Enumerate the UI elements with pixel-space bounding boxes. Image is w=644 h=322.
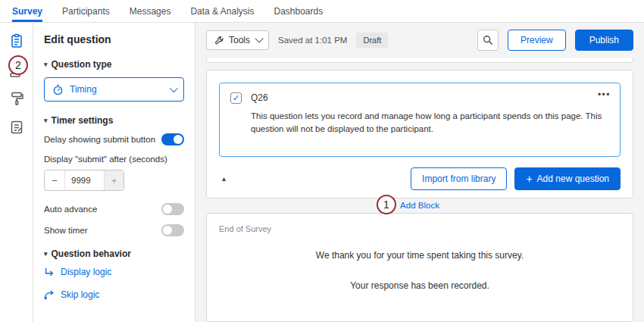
caret-down-icon: ▾: [44, 117, 48, 124]
question-behavior-heading: Question behavior: [52, 249, 131, 259]
nav-tab-participants[interactable]: Participants: [62, 0, 110, 22]
survey-editor-main: Tools Saved at 1:01 PM Draft Preview Pub…: [195, 23, 644, 322]
question-type-section-header[interactable]: ▾ Question type: [44, 59, 184, 70]
annotation-step-2: 2: [8, 55, 28, 75]
chevron-down-icon: [255, 34, 263, 42]
end-of-survey-message-1: We thank you for your time spent taking …: [219, 250, 621, 261]
nav-tab-dashboards[interactable]: Dashboards: [274, 0, 323, 22]
seconds-stepper: − 9999 +: [44, 170, 124, 191]
display-after-label: Display "submit" after (seconds): [44, 155, 184, 164]
question-description: This question lets you record and manage…: [251, 110, 609, 136]
end-of-survey-card[interactable]: End of Survey We thank you for your time…: [206, 213, 633, 322]
auto-advance-toggle[interactable]: [161, 203, 184, 215]
caret-down-icon: ▾: [44, 250, 48, 258]
block-footer: ▴ Import from library + Add new question: [219, 167, 621, 190]
question-card-q26[interactable]: ✓ Q26 This question lets you record and …: [219, 83, 621, 157]
import-from-library-button[interactable]: Import from library: [411, 167, 507, 190]
question-type-selected: Timing: [70, 84, 164, 95]
display-logic-label: Display logic: [61, 267, 111, 277]
timer-settings-section-header[interactable]: ▾ Timer settings: [44, 115, 184, 126]
survey-options-icon[interactable]: [9, 120, 24, 135]
delay-submit-toggle[interactable]: [161, 133, 184, 145]
survey-canvas: ✓ Q26 This question lets you record and …: [195, 58, 644, 322]
collapse-block-button[interactable]: ▴: [222, 174, 226, 183]
timer-icon: [52, 84, 64, 95]
wrench-icon: [214, 36, 224, 45]
stepper-value[interactable]: 9999: [64, 170, 104, 190]
end-of-survey-title: End of Survey: [219, 224, 621, 233]
check-icon: ✓: [233, 93, 239, 103]
look-and-feel-icon[interactable]: [9, 91, 24, 106]
add-block-row: Add Block: [206, 199, 633, 213]
question-block: ✓ Q26 This question lets you record and …: [206, 70, 633, 199]
question-id: Q26: [251, 92, 268, 103]
preview-button[interactable]: Preview: [508, 30, 566, 51]
panel-title: Edit question: [44, 33, 184, 45]
timer-settings-heading: Timer settings: [52, 115, 114, 126]
end-of-survey-message-2: Your response has been recorded.: [219, 280, 621, 291]
skip-logic-label: Skip logic: [61, 289, 99, 300]
editor-toolbar: Tools Saved at 1:01 PM Draft Preview Pub…: [195, 23, 644, 58]
auto-advance-label: Auto advance: [44, 205, 97, 214]
question-menu-button[interactable]: •••: [598, 89, 611, 100]
publish-button[interactable]: Publish: [575, 30, 633, 51]
plus-icon: +: [526, 174, 532, 184]
stepper-plus-button[interactable]: +: [104, 170, 123, 190]
skip-logic-link[interactable]: Skip logic: [44, 289, 184, 300]
tools-button[interactable]: Tools: [206, 30, 269, 50]
survey-builder-icon[interactable]: [9, 33, 24, 48]
edit-question-panel: Edit question ▾ Question type Timing ▾ T…: [33, 23, 195, 322]
search-button[interactable]: [477, 30, 499, 51]
add-block-link[interactable]: Add Block: [400, 201, 439, 210]
nav-tab-data-analysis[interactable]: Data & Analysis: [190, 0, 254, 22]
tools-label: Tools: [229, 35, 250, 45]
add-new-question-button[interactable]: + Add new question: [514, 167, 621, 190]
draft-badge: Draft: [356, 33, 388, 48]
display-logic-link[interactable]: Display logic: [44, 267, 184, 277]
question-type-heading: Question type: [52, 59, 112, 70]
question-behavior-section-header[interactable]: ▾ Question behavior: [44, 249, 184, 259]
top-navigation: Survey Participants Messages Data & Anal…: [0, 0, 644, 23]
show-timer-label: Show timer: [44, 226, 88, 235]
question-checkbox[interactable]: ✓: [230, 92, 242, 104]
display-logic-icon: [44, 267, 55, 277]
nav-tab-messages[interactable]: Messages: [130, 0, 171, 22]
search-icon: [483, 35, 493, 45]
nav-tab-survey[interactable]: Survey: [12, 0, 42, 22]
previous-block-partial: [206, 58, 633, 63]
delay-submit-label: Delay showing submit button: [44, 135, 155, 144]
skip-logic-icon: [44, 289, 55, 300]
chevron-down-icon: [170, 84, 178, 92]
saved-status: Saved at 1:01 PM: [278, 36, 347, 45]
add-new-question-label: Add new question: [537, 174, 609, 184]
question-type-dropdown[interactable]: Timing: [44, 77, 184, 102]
stepper-minus-button[interactable]: −: [45, 170, 64, 190]
annotation-step-1: 1: [377, 195, 396, 214]
show-timer-toggle[interactable]: [161, 224, 184, 236]
caret-down-icon: ▾: [44, 61, 48, 68]
